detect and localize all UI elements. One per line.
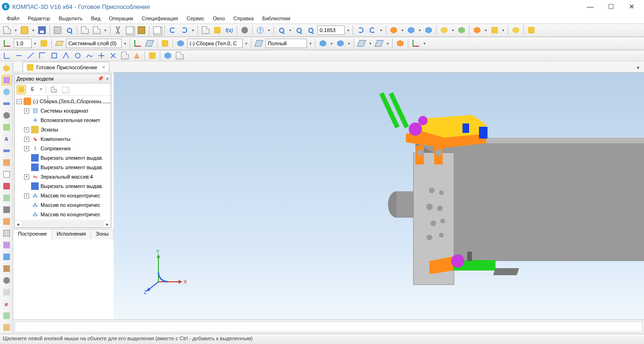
persp-dropdown[interactable]: ▼	[451, 25, 455, 35]
redo-dropdown[interactable]: ▼	[191, 25, 195, 35]
tree-node[interactable]: +⬊Компоненты	[15, 134, 111, 144]
v5-button[interactable]	[49, 50, 59, 61]
cut-button[interactable]	[113, 25, 123, 35]
sheet-button[interactable]	[200, 25, 211, 35]
ld-x4-button[interactable]: ⌀	[1, 299, 12, 309]
frame2-button[interactable]	[91, 25, 102, 35]
cs1-button[interactable]	[356, 38, 367, 49]
frame2-dropdown[interactable]: ▼	[103, 25, 107, 35]
ld-dim-button[interactable]	[1, 110, 12, 121]
ld-meas-button[interactable]	[1, 181, 12, 191]
print-button[interactable]	[52, 25, 63, 35]
document-tab[interactable]: Готовое Приспособление ×	[23, 62, 109, 72]
tree-node[interactable]: ▣Вырезать элемент выдав.	[15, 153, 111, 163]
tree-tb4[interactable]	[60, 85, 70, 94]
tree-body[interactable]: − (-) Сборка (Тел-0, Сборочны +🞖Системы …	[15, 96, 111, 220]
v9-button[interactable]	[96, 50, 107, 61]
tree-node[interactable]: +⇋Зеркальный массив:4	[15, 172, 111, 181]
ld-text-button[interactable]: A	[1, 134, 12, 144]
minimize-button[interactable]: —	[580, 0, 601, 13]
ld-report-button[interactable]	[1, 205, 12, 215]
view3d2-button[interactable]	[335, 38, 346, 49]
scroll-left[interactable]: ◄	[15, 222, 21, 227]
tree-pin[interactable]: 📌	[98, 76, 103, 81]
v7-button[interactable]	[73, 50, 83, 61]
tabs-menu[interactable]: ▼	[632, 64, 644, 72]
scale-dropdown[interactable]: ▼	[33, 38, 37, 49]
edit-button[interactable]	[144, 38, 155, 49]
scroll-right[interactable]: ►	[104, 222, 111, 227]
vars-button[interactable]: f(x)	[224, 25, 234, 35]
doc-tab-close[interactable]: ×	[102, 64, 105, 71]
close-button[interactable]: ✕	[621, 0, 642, 13]
menu-help[interactable]: Справка	[230, 15, 257, 22]
v3-button[interactable]	[25, 50, 36, 61]
move-button[interactable]	[367, 25, 378, 35]
new-button[interactable]	[2, 25, 12, 35]
tree-node[interactable]: +🞖Системы координат	[15, 106, 111, 115]
tree-tb2[interactable]: E	[28, 85, 37, 94]
menu-view[interactable]: Вид	[87, 15, 104, 22]
expand-icon[interactable]: +	[24, 146, 29, 151]
menu-window[interactable]: Окно	[209, 15, 229, 22]
v14-button[interactable]	[163, 50, 173, 61]
shaded-button[interactable]	[423, 25, 434, 35]
btab-build[interactable]: Построение	[13, 229, 52, 239]
viewport-3d[interactable]: X Y Z	[114, 73, 644, 319]
tree-tb1[interactable]	[17, 85, 26, 94]
ld-par-button[interactable]	[1, 157, 12, 168]
props-button[interactable]	[152, 25, 162, 35]
assembly-dropdown[interactable]: ▼	[244, 38, 248, 49]
tree-node[interactable]: ▣Вырезать элемент выдав.	[15, 163, 111, 172]
undo-button[interactable]	[167, 25, 178, 35]
assembly-select[interactable]	[187, 39, 243, 48]
ld-sketch-button[interactable]	[1, 122, 12, 132]
tree-node[interactable]: +▦Эскизы	[15, 125, 111, 134]
tree-node[interactable]: +⌇Сопряжения	[15, 144, 111, 153]
zoom-in-button[interactable]	[305, 25, 316, 35]
expand-icon[interactable]: +	[24, 193, 29, 198]
preview-button[interactable]	[64, 25, 74, 35]
tree-tb3[interactable]	[49, 85, 58, 94]
ld-sym-button[interactable]	[1, 146, 12, 156]
iso-button[interactable]	[406, 25, 416, 35]
v13-button[interactable]	[147, 50, 157, 61]
ld-x3-button[interactable]	[1, 287, 12, 297]
layer-dropdown[interactable]: ▼	[123, 38, 127, 49]
btab-exec[interactable]: Исполнения	[52, 229, 91, 239]
ld-surface-button[interactable]	[1, 75, 12, 85]
btab-zones[interactable]: Зоны	[91, 229, 114, 239]
open-button[interactable]	[19, 25, 30, 35]
v1-button[interactable]	[2, 50, 12, 61]
maximize-button[interactable]: ☐	[601, 0, 621, 13]
cs1-dropdown[interactable]: ▼	[368, 38, 372, 49]
iso-dropdown[interactable]: ▼	[418, 25, 422, 35]
frame-button[interactable]	[80, 25, 90, 35]
lcs-button[interactable]	[132, 38, 143, 49]
style-select[interactable]	[265, 39, 307, 48]
sketch-button[interactable]	[160, 38, 170, 49]
ld-elem-button[interactable]	[1, 216, 12, 227]
ld-draw-button[interactable]	[1, 240, 12, 250]
manager-button[interactable]	[212, 25, 223, 35]
layer-select[interactable]	[66, 39, 122, 48]
tree-node[interactable]: ▣Вырезать элемент выдав.	[15, 181, 111, 191]
ortho-button[interactable]	[39, 38, 49, 49]
v6-button[interactable]	[61, 50, 71, 61]
ld-x1-button[interactable]	[1, 263, 12, 274]
simplify-button[interactable]	[526, 25, 537, 35]
ld-x5-button[interactable]	[1, 311, 12, 321]
show-dropdown[interactable]: ▼	[501, 25, 505, 35]
expand-icon[interactable]: +	[24, 108, 29, 114]
style-dropdown[interactable]: ▼	[308, 38, 313, 49]
open-dropdown[interactable]: ▼	[31, 25, 35, 35]
redo-button[interactable]	[179, 25, 190, 35]
tree-node[interactable]: ⁂Массив по концентричес	[15, 210, 111, 219]
show-button[interactable]	[489, 25, 500, 35]
paste-button[interactable]	[136, 25, 147, 35]
wireframe-button[interactable]	[388, 25, 399, 35]
ld-geom-button[interactable]	[1, 63, 12, 74]
new-dropdown[interactable]: ▼	[14, 25, 18, 35]
rebuild-button[interactable]	[511, 25, 521, 35]
zoom-window-dropdown[interactable]: ▼	[288, 25, 292, 35]
